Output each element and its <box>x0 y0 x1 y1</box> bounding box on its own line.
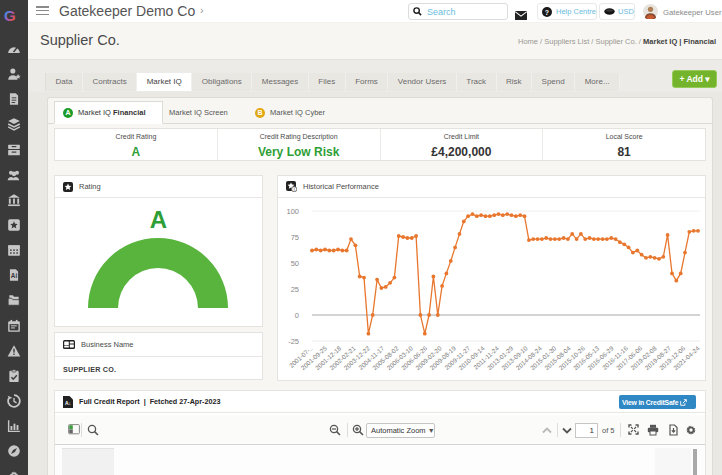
svg-text:i: i <box>294 187 295 192</box>
svg-text:G: G <box>4 7 16 23</box>
svg-text:50: 50 <box>291 259 299 268</box>
svg-text:100: 100 <box>286 207 299 216</box>
svg-text:Ai: Ai <box>11 272 18 279</box>
svg-text:A↓: A↓ <box>65 399 71 405</box>
svg-text:?: ? <box>545 8 549 15</box>
svg-text:25: 25 <box>291 285 299 294</box>
svg-text:-25: -25 <box>288 337 299 346</box>
svg-text:0: 0 <box>295 311 299 320</box>
svg-text:75: 75 <box>291 233 299 242</box>
